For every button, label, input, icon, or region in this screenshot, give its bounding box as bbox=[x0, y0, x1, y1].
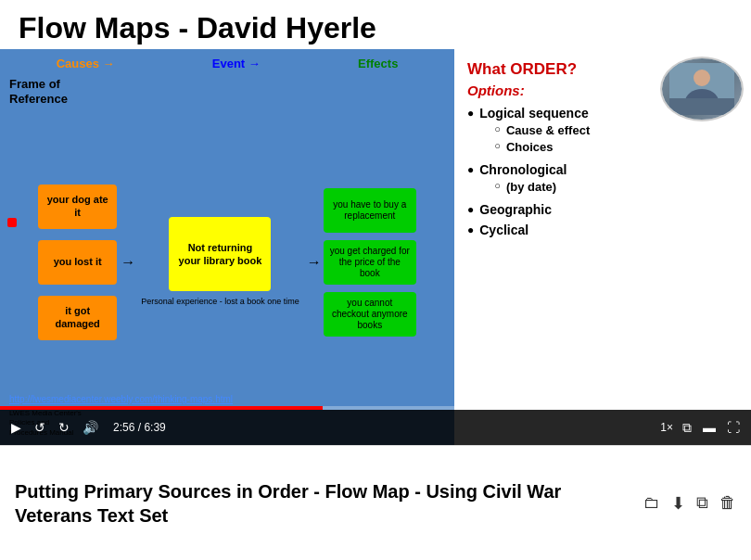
right-panel: What ORDER? Options: Logical sequence Ca… bbox=[454, 49, 751, 445]
effects-label: Effects bbox=[358, 57, 398, 70]
rewind-button[interactable]: ↺ bbox=[32, 420, 47, 435]
left-arrow: → bbox=[121, 254, 134, 271]
order-item-cyclical: Cyclical bbox=[467, 223, 738, 237]
time-total: 6:39 bbox=[144, 421, 165, 434]
video-title: Putting Primary Sources in Order - Flow … bbox=[15, 479, 634, 528]
cause-box-2: you lost it bbox=[38, 240, 117, 285]
fullscreen-button[interactable]: ⛶ bbox=[725, 420, 742, 435]
svg-rect-3 bbox=[669, 98, 734, 115]
flow-diagram: your dog ate it you lost it it got damag… bbox=[7, 85, 447, 439]
diagram-header: Causes → Event → Effects bbox=[7, 57, 447, 70]
theater-button[interactable]: ▬ bbox=[701, 420, 718, 435]
order-item-geographic: Geographic bbox=[467, 202, 738, 217]
slide-title: Flow Maps - David Hyerle bbox=[0, 0, 751, 49]
effect-box-2: you get charged for the price of the boo… bbox=[324, 240, 416, 285]
logical-label: Logical sequence bbox=[479, 106, 590, 121]
thinking-maps-link[interactable]: http://lwesmediacenter.weebly.com/thinki… bbox=[9, 394, 233, 404]
sub-choices: Choices bbox=[494, 140, 590, 154]
geographic-label: Geographic bbox=[479, 202, 552, 217]
chronological-label: Chronological bbox=[479, 162, 566, 177]
event-label: Event → bbox=[212, 57, 261, 70]
time-current: 2:56 bbox=[113, 421, 134, 434]
download-icon[interactable]: ⬇ bbox=[671, 493, 685, 514]
causes-label: Causes → bbox=[57, 57, 115, 70]
sub-cause-effect: Cause & effect bbox=[494, 123, 590, 137]
right-arrow: → bbox=[307, 254, 320, 271]
cyclical-label: Cyclical bbox=[479, 223, 528, 237]
copy-icon[interactable]: ⧉ bbox=[696, 493, 708, 513]
controls-bar: ▶ ↺ ↻ 🔊 2:56 / 6:39 1× ⧉ ▬ ⛶ bbox=[0, 410, 751, 445]
recording-indicator bbox=[7, 218, 17, 227]
slide-body: Causes → Event → Effects Frame ofReferen… bbox=[0, 49, 751, 445]
center-column: Not returning your library book Personal… bbox=[141, 217, 299, 307]
folder-icon[interactable]: 🗀 bbox=[643, 493, 660, 513]
slide-area: Flow Maps - David Hyerle Causes → Event … bbox=[0, 0, 751, 445]
thumbnail-inner bbox=[662, 58, 742, 120]
order-item-chronological: Chronological (by date) bbox=[467, 162, 738, 197]
svg-point-1 bbox=[694, 70, 710, 86]
sub-by-date: (by date) bbox=[494, 180, 566, 194]
logical-sublist: Cause & effect Choices bbox=[479, 123, 590, 157]
event-box: Not returning your library book bbox=[169, 217, 271, 291]
diagram-area: Causes → Event → Effects Frame ofReferen… bbox=[0, 49, 454, 445]
cause-box-3: it got damaged bbox=[38, 296, 117, 340]
personal-note: Personal experience - lost a book one ti… bbox=[141, 297, 299, 307]
effect-box-1: you have to buy a replacement bbox=[324, 188, 416, 233]
chronological-sublist: (by date) bbox=[479, 180, 566, 197]
time-display: 2:56 / 6:39 bbox=[113, 421, 166, 434]
presenter-thumbnail bbox=[660, 57, 744, 121]
order-list: Logical sequence Cause & effect Choices … bbox=[467, 106, 738, 237]
forward-button[interactable]: ↻ bbox=[57, 420, 71, 435]
link-bar: http://lwesmediacenter.weebly.com/thinki… bbox=[9, 389, 233, 406]
speed-badge[interactable]: 1× bbox=[660, 421, 673, 434]
miniplayer-button[interactable]: ⧉ bbox=[681, 420, 694, 436]
trash-icon[interactable]: 🗑 bbox=[719, 493, 736, 513]
video-container: Flow Maps - David Hyerle Causes → Event … bbox=[0, 0, 751, 445]
causes-column: your dog ate it you lost it it got damag… bbox=[38, 185, 117, 340]
play-button[interactable]: ▶ bbox=[9, 420, 23, 435]
right-controls: 1× ⧉ ▬ ⛶ bbox=[660, 420, 742, 436]
presenter-silhouette bbox=[669, 63, 734, 115]
effects-column: you have to buy a replacement you get ch… bbox=[324, 188, 416, 337]
effect-box-3: you cannot checkout anymore books bbox=[324, 292, 416, 337]
bottom-bar: Putting Primary Sources in Order - Flow … bbox=[0, 445, 751, 560]
title-icons: 🗀 ⬇ ⧉ 🗑 bbox=[643, 493, 736, 514]
emerging-america-logo: EmergingAmerica.org bbox=[643, 393, 742, 404]
cause-box-1: your dog ate it bbox=[38, 185, 117, 229]
volume-button[interactable]: 🔊 bbox=[81, 420, 100, 435]
